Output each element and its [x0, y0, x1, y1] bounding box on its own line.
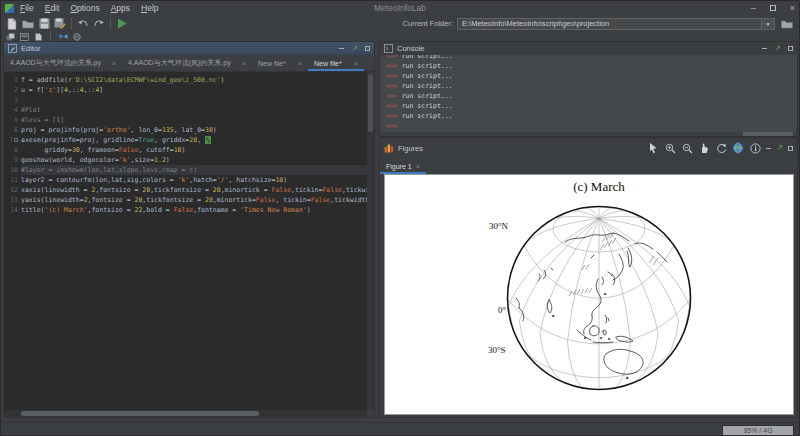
save-as-icon[interactable]	[52, 16, 68, 31]
globe-outline-icon[interactable]	[72, 33, 82, 41]
toolbar-separator	[110, 18, 111, 29]
code-text: geoshow(world, edgecolor='k',size=1.2)	[21, 155, 367, 165]
console-panel: Console ↗ >>> run script...>>> run scrip…	[379, 41, 798, 137]
scrollbar-thumb[interactable]	[368, 74, 373, 132]
close-icon[interactable]: ×	[416, 163, 420, 170]
editor-tab-4[interactable]: New file*×	[308, 55, 364, 71]
tab-label: New file*	[258, 60, 294, 67]
close-icon[interactable]: ×	[242, 60, 246, 67]
zoom-out-icon[interactable]	[681, 142, 693, 154]
editor-panel-title: Editor	[21, 44, 41, 53]
menu-edit[interactable]: Edit	[45, 3, 60, 13]
redo-icon[interactable]	[91, 16, 107, 31]
close-icon[interactable]: ×	[112, 60, 116, 67]
menu-apps[interactable]: Apps	[111, 3, 130, 13]
editor-vertical-scrollbar[interactable]	[367, 72, 374, 410]
editor-horizontal-scrollbar[interactable]	[4, 410, 367, 417]
panel-maximize-icon[interactable]	[788, 46, 793, 51]
console-line: >>> run script...	[386, 101, 791, 111]
menu-options[interactable]: Options	[70, 3, 99, 13]
code-editor[interactable]: 1f = addfile(r'D:\SCI2\data\ECMWF\wind_g…	[4, 72, 367, 410]
code-text: xaxis(linewidth = 2,fontsize = 20,tickfo…	[21, 185, 367, 195]
code-line-12: 12xaxis(linewidth = 2,fontsize = 20,tick…	[4, 185, 367, 195]
current-folder-value: E:\MeteoInfo\MeteoInfo\script\geo\projec…	[458, 19, 761, 28]
window-maximize-icon[interactable]	[770, 5, 776, 11]
figure-canvas[interactable]: (c) March 30°N 0° 30°S	[384, 174, 794, 415]
code-line-13: 13yaxis(linewidth=2,fontsize = 20,tickfo…	[4, 195, 367, 205]
line-number: 5	[4, 115, 21, 125]
meteoinfolab-window: FileEditOptionsAppsHelp MeteoInfoLab – ×	[0, 0, 800, 436]
code-line-4: 4#Plot	[4, 105, 367, 115]
scrollbar-thumb[interactable]	[743, 132, 793, 136]
secondary-toolbar	[1, 32, 799, 41]
code-line-9: 9geoshow(world, edgecolor='k',size=1.2)	[4, 155, 367, 165]
code-line-10: 10#layer = imshowm(lon,lat,slope,levs,cm…	[4, 165, 367, 175]
close-icon[interactable]: ×	[298, 60, 302, 67]
code-line-2: 2u = f['z'][4,::4,::4]	[4, 85, 367, 95]
tab-label: 4.AAOD与大气环流的关系.py	[10, 58, 108, 68]
line-number: 10	[4, 165, 21, 175]
script-file-icon[interactable]	[33, 33, 43, 41]
save-icon[interactable]	[36, 16, 52, 31]
chevron-down-icon[interactable]: ▼	[761, 19, 774, 29]
open-folder-icon[interactable]	[20, 16, 36, 31]
line-number: 11	[4, 175, 21, 185]
editor-panel-header: Editor ↗	[4, 42, 374, 55]
figures-panel: Figures	[379, 137, 798, 418]
console-output[interactable]: >>> run script...>>> run script...>>> ru…	[380, 55, 797, 132]
terminal-icon	[384, 44, 393, 53]
editor-tab-3[interactable]: New file*×	[252, 55, 308, 71]
scrollbar-thumb[interactable]	[21, 411, 259, 416]
panel-minimize-icon[interactable]	[766, 148, 771, 149]
line-number: 9	[4, 155, 21, 165]
figures-tabbar: Figure 1 ×	[380, 158, 797, 174]
line-number: 4	[4, 105, 21, 115]
editor-tab-2[interactable]: 4.AAOD与大气环流(风)的关系.py×	[122, 55, 252, 71]
code-line-14: 14title('(c) March',fontsize = 22,bold =…	[4, 205, 367, 215]
code-text: #layer = imshowm(lon,lat,slope,levs,cmap…	[21, 165, 367, 175]
panel-float-icon[interactable]: ↗	[776, 144, 783, 152]
panel-minimize-icon[interactable]	[762, 48, 767, 49]
layers-icon[interactable]	[5, 33, 15, 41]
panel-float-icon[interactable]: ↗	[774, 45, 781, 53]
map-view-icon[interactable]	[58, 33, 68, 41]
undo-icon[interactable]	[75, 16, 91, 31]
figures-icon	[384, 143, 394, 153]
console-panel-title: Console	[397, 44, 425, 53]
panel-maximize-icon[interactable]	[788, 146, 793, 151]
globe-icon[interactable]	[732, 142, 744, 154]
panel-float-icon[interactable]: ↗	[351, 45, 358, 53]
current-folder-combobox[interactable]: E:\MeteoInfo\MeteoInfo\script\geo\projec…	[457, 18, 775, 30]
info-icon[interactable]	[749, 142, 761, 154]
code-text	[21, 95, 367, 105]
zoom-in-icon[interactable]	[664, 142, 676, 154]
select-cursor-icon[interactable]	[647, 142, 659, 154]
menu-items: FileEditOptionsAppsHelp	[20, 3, 170, 13]
tab-figure-1[interactable]: Figure 1 ×	[380, 158, 426, 174]
memory-usage-button[interactable]: 95% / 4G	[722, 425, 794, 436]
code-text: axesm(projinfo=proj, gridline=True, grid…	[21, 135, 367, 145]
close-icon[interactable]: ×	[354, 60, 358, 67]
fold-marker-icon[interactable]	[14, 138, 18, 142]
menu-file[interactable]: File	[20, 3, 34, 13]
browse-folder-icon[interactable]	[779, 17, 794, 30]
panel-minimize-icon[interactable]	[339, 48, 344, 49]
window-close-icon[interactable]: ×	[790, 1, 795, 15]
line-number: 2	[4, 85, 21, 95]
console-window-icon[interactable]	[19, 33, 29, 41]
pan-hand-icon[interactable]	[698, 142, 710, 154]
code-text: #Plot	[21, 105, 367, 115]
editor-tab-1[interactable]: 4.AAOD与大气环流的关系.py×	[4, 55, 122, 71]
full-extent-icon[interactable]	[715, 142, 727, 154]
panel-maximize-icon[interactable]	[365, 46, 370, 51]
line-number: 1	[4, 75, 21, 85]
code-text: f = addfile(r'D:\SCI2\data\ECMWF\wind_ge…	[21, 75, 367, 85]
new-file-icon[interactable]	[4, 16, 20, 31]
menu-help[interactable]: Help	[141, 3, 158, 13]
window-minimize-icon[interactable]: –	[751, 1, 756, 15]
console-horizontal-scrollbar[interactable]	[380, 132, 797, 136]
code-text: #levs = [1]	[21, 115, 367, 125]
editor-icon	[8, 44, 17, 53]
console-prompt[interactable]: >>>	[386, 121, 791, 131]
run-script-icon[interactable]	[114, 16, 130, 31]
